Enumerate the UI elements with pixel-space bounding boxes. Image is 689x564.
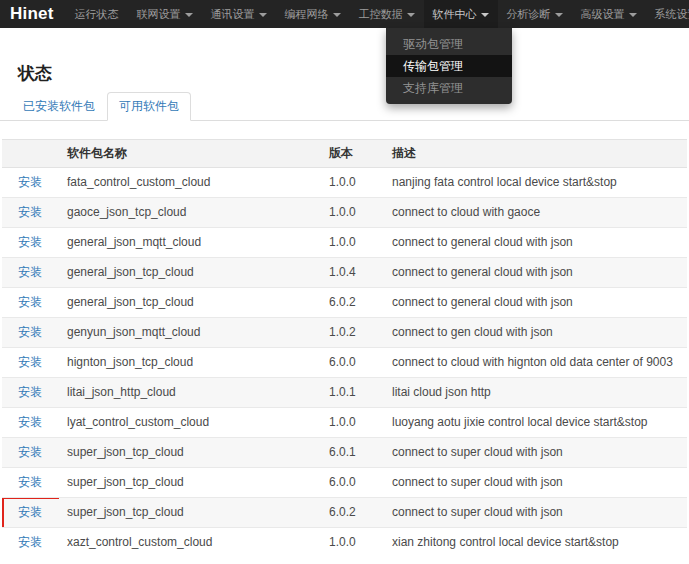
package-name-cell: hignton_json_tcp_cloud — [59, 348, 321, 378]
nav-item-label: 运行状态 — [75, 0, 119, 28]
caret-down-icon — [481, 13, 489, 17]
package-description-cell: connect to super cloud with json — [384, 438, 687, 468]
nav-item-label: 联网设置 — [137, 0, 181, 28]
package-description-cell: connect to cloud with hignton old data c… — [384, 348, 687, 378]
tab-0: 已安装软件包 — [11, 92, 107, 121]
package-version-cell: 6.0.1 — [321, 438, 384, 468]
package-version-cell: 6.0.0 — [321, 348, 384, 378]
tab-link[interactable]: 已安装软件包 — [11, 92, 107, 121]
package-description-cell: litai cloud json http — [384, 378, 687, 408]
package-description-cell: connect to general cloud with json — [384, 288, 687, 318]
package-description-cell: connect to cloud with gaoce — [384, 198, 687, 228]
caret-down-icon — [185, 13, 193, 17]
package-description-cell: connect to general cloud with json — [384, 228, 687, 258]
dropdown-item-1[interactable]: 传输包管理 — [386, 55, 512, 77]
install-link[interactable]: 安装 — [18, 205, 42, 219]
brand-logo[interactable]: Hinet — [0, 0, 64, 28]
package-version-cell: 1.0.2 — [321, 318, 384, 348]
caret-down-icon — [333, 13, 341, 17]
package-version-cell: 1.0.0 — [321, 168, 384, 198]
caret-down-icon — [259, 13, 267, 17]
package-name-cell: general_json_tcp_cloud — [59, 258, 321, 288]
install-link[interactable]: 安装 — [18, 415, 42, 429]
package-name-cell: xazt_control_custom_cloud — [59, 528, 321, 558]
package-name-cell: super_json_tcp_cloud — [59, 498, 321, 528]
column-header-action — [2, 140, 59, 168]
package-name-cell: fata_control_custom_cloud — [59, 168, 321, 198]
nav-item-4[interactable]: 工控数据 — [350, 0, 424, 28]
package-description-cell: xian zhitong control local device start&… — [384, 528, 687, 558]
nav-item-0[interactable]: 运行状态 — [66, 0, 128, 28]
table-row: 安装 general_json_tcp_cloud 1.0.4 connect … — [2, 258, 687, 288]
nav-item-5[interactable]: 软件中心 — [424, 0, 498, 28]
nav-item-label: 软件中心 — [433, 0, 477, 28]
tab-link[interactable]: 可用软件包 — [107, 92, 191, 121]
table-row: 安装 xazt_control_custom_cloud 1.0.0 xian … — [2, 528, 687, 558]
tabs: 已安装软件包 可用软件包 — [0, 92, 689, 121]
table-row: 安装 super_json_tcp_cloud 6.0.2 connect to… — [2, 498, 687, 528]
nav-item-8[interactable]: 系统设置 — [646, 0, 689, 28]
install-link[interactable]: 安装 — [18, 535, 42, 549]
table-row: 安装 genyun_json_mqtt_cloud 1.0.2 connect … — [2, 318, 687, 348]
package-name-cell: general_json_mqtt_cloud — [59, 228, 321, 258]
package-version-cell: 1.0.4 — [321, 258, 384, 288]
nav-item-1[interactable]: 联网设置 — [128, 0, 202, 28]
install-link[interactable]: 安装 — [18, 235, 42, 249]
tab-1: 可用软件包 — [107, 92, 191, 121]
main-content: 状态 已安装软件包 可用软件包 软件包名称 版本 描述 安装 fata_cont… — [0, 64, 689, 557]
install-link[interactable]: 安装 — [18, 475, 42, 489]
table-row: 安装 general_json_mqtt_cloud 1.0.0 connect… — [2, 228, 687, 258]
install-link[interactable]: 安装 — [18, 295, 42, 309]
nav-item-label: 通讯设置 — [211, 0, 255, 28]
package-version-cell: 6.0.0 — [321, 468, 384, 498]
table-row: 安装 litai_json_http_cloud 1.0.1 litai clo… — [2, 378, 687, 408]
package-name-cell: gaoce_json_tcp_cloud — [59, 198, 321, 228]
dropdown-item-0[interactable]: 驱动包管理 — [386, 33, 512, 55]
package-description-cell: connect to gen cloud with json — [384, 318, 687, 348]
install-link[interactable]: 安装 — [18, 355, 42, 369]
package-description-cell: luoyang aotu jixie control local device … — [384, 408, 687, 438]
install-link[interactable]: 安装 — [18, 505, 42, 519]
table-row: 安装 hignton_json_tcp_cloud 6.0.0 connect … — [2, 348, 687, 378]
dropdown-item-2[interactable]: 支持库管理 — [386, 77, 512, 99]
package-name-cell: super_json_tcp_cloud — [59, 468, 321, 498]
package-description-cell: connect to super cloud with json — [384, 468, 687, 498]
package-name-cell: litai_json_http_cloud — [59, 378, 321, 408]
column-header-version: 版本 — [321, 140, 384, 168]
nav-item-7[interactable]: 高级设置 — [572, 0, 646, 28]
navbar-menu: 运行状态 联网设置 通讯设置 编程网络 工控数据 软件中心 分析诊断 高级设置 … — [66, 0, 689, 28]
package-version-cell: 6.0.2 — [321, 498, 384, 528]
nav-item-3[interactable]: 编程网络 — [276, 0, 350, 28]
table-header-row: 软件包名称 版本 描述 — [2, 140, 687, 168]
package-description-cell: connect to super cloud with json — [384, 498, 687, 528]
table-row: 安装 general_json_tcp_cloud 6.0.2 connect … — [2, 288, 687, 318]
table-row: 安装 super_json_tcp_cloud 6.0.1 connect to… — [2, 438, 687, 468]
caret-down-icon — [407, 13, 415, 17]
install-link[interactable]: 安装 — [18, 445, 42, 459]
package-version-cell: 1.0.1 — [321, 378, 384, 408]
install-link[interactable]: 安装 — [18, 385, 42, 399]
package-version-cell: 1.0.0 — [321, 528, 384, 558]
package-description-cell: nanjing fata control local device start&… — [384, 168, 687, 198]
table-row: 安装 gaoce_json_tcp_cloud 1.0.0 connect to… — [2, 198, 687, 228]
install-link[interactable]: 安装 — [18, 325, 42, 339]
software-center-dropdown: 驱动包管理传输包管理支持库管理 — [386, 28, 512, 104]
table-row: 安装 super_json_tcp_cloud 6.0.0 connect to… — [2, 468, 687, 498]
caret-down-icon — [629, 13, 637, 17]
package-table: 软件包名称 版本 描述 安装 fata_control_custom_cloud… — [2, 139, 687, 557]
install-link[interactable]: 安装 — [18, 175, 42, 189]
package-name-cell: super_json_tcp_cloud — [59, 438, 321, 468]
table-row: 安装 fata_control_custom_cloud 1.0.0 nanji… — [2, 168, 687, 198]
nav-item-label: 分析诊断 — [507, 0, 551, 28]
install-link[interactable]: 安装 — [18, 265, 42, 279]
nav-item-label: 系统设置 — [655, 0, 689, 28]
package-description-cell: connect to general cloud with json — [384, 258, 687, 288]
nav-item-6[interactable]: 分析诊断 — [498, 0, 572, 28]
column-header-description: 描述 — [384, 140, 687, 168]
package-name-cell: genyun_json_mqtt_cloud — [59, 318, 321, 348]
nav-item-2[interactable]: 通讯设置 — [202, 0, 276, 28]
top-navbar: Hinet 运行状态 联网设置 通讯设置 编程网络 工控数据 软件中心 分析诊断… — [0, 0, 689, 28]
package-name-cell: general_json_tcp_cloud — [59, 288, 321, 318]
caret-down-icon — [555, 13, 563, 17]
package-version-cell: 1.0.0 — [321, 198, 384, 228]
